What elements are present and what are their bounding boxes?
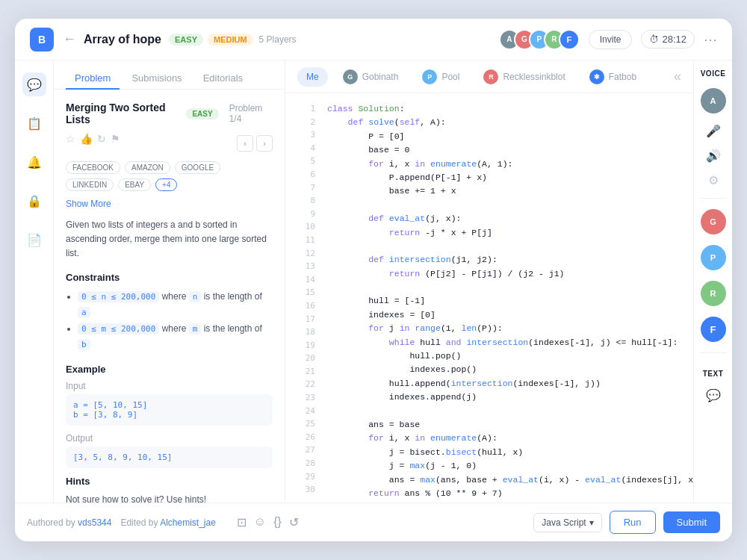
problem-easy-badge: EASY bbox=[186, 108, 218, 119]
tab-me[interactable]: Me bbox=[297, 67, 328, 87]
problem-description: Given two lists of integers a and b sort… bbox=[66, 218, 273, 261]
next-button[interactable]: › bbox=[256, 135, 273, 152]
footer-emoji-icon[interactable]: ☺ bbox=[254, 515, 266, 529]
collapse-button[interactable]: « bbox=[674, 69, 681, 84]
language-select[interactable]: Java Script ▾ bbox=[533, 513, 601, 532]
avatar-group: A G P R F bbox=[499, 29, 580, 50]
example-title: Example bbox=[66, 364, 273, 375]
constraints-title: Constraints bbox=[66, 272, 273, 283]
gobinath-avatar: G bbox=[343, 69, 358, 84]
input-block: a = [5, 10, 15]b = [3, 8, 9] bbox=[66, 394, 273, 426]
settings-icon[interactable]: ⚙ bbox=[708, 173, 719, 187]
divider bbox=[700, 198, 727, 199]
problem-panel: Problem Submisions Editorials Merging Tw… bbox=[54, 60, 285, 503]
hints-desc: Not sure how to solve it? Use hints! bbox=[66, 493, 273, 503]
problem-tabs: Problem Submisions Editorials bbox=[54, 60, 285, 90]
pool-avatar: P bbox=[422, 69, 437, 84]
header: B ← Array of hope EASY MEDIUM 5 Players … bbox=[15, 19, 732, 60]
code-editor[interactable]: class Solution: def solve(self, A): P = … bbox=[315, 93, 693, 503]
tag-google[interactable]: GOOGLE bbox=[175, 161, 220, 174]
sidebar-doc-icon[interactable]: 📋 bbox=[22, 111, 46, 135]
tab-fatbob[interactable]: ✱ Fatbob bbox=[580, 65, 645, 89]
medium-badge: MEDIUM bbox=[208, 34, 253, 46]
tab-gobinath[interactable]: G Gobinath bbox=[334, 65, 408, 89]
footer-screen-icon[interactable]: ⊡ bbox=[237, 515, 247, 529]
run-button[interactable]: Run bbox=[610, 511, 656, 534]
tag-ebay[interactable]: EBAY bbox=[118, 178, 151, 191]
tab-pool[interactable]: P Pool bbox=[413, 65, 468, 89]
editor-main: 1234567891011121314151617181920212223242… bbox=[285, 93, 693, 503]
right-panel: VOICE A 🎤 🔊 ⚙ G P R F TEXT 💬 bbox=[693, 60, 732, 503]
footer-code-icon[interactable]: {} bbox=[273, 515, 282, 529]
mic-icon[interactable]: 🎤 bbox=[706, 124, 721, 138]
editor-area: Me G Gobinath P Pool R Recklessinkblot ✱… bbox=[285, 60, 693, 503]
share-icon[interactable]: ↻ bbox=[97, 133, 106, 145]
back-button[interactable]: ← bbox=[63, 31, 76, 47]
prev-button[interactable]: ‹ bbox=[237, 135, 253, 152]
right-avatar-2[interactable]: G bbox=[701, 209, 726, 234]
like-icon[interactable]: 👍 bbox=[80, 133, 93, 145]
author-link[interactable]: vds5344 bbox=[78, 517, 111, 528]
message-icon[interactable]: 💬 bbox=[706, 388, 721, 402]
tag-more[interactable]: +4 bbox=[155, 178, 177, 191]
pager: ‹ › bbox=[237, 135, 273, 152]
tag-linkedin[interactable]: LINKEDIN bbox=[66, 178, 114, 191]
easy-badge: EASY bbox=[169, 34, 203, 46]
app-logo: B bbox=[30, 28, 54, 52]
tab-editorials[interactable]: Editorials bbox=[194, 68, 252, 90]
page-title: Array of hope bbox=[84, 33, 161, 46]
editor-tabs-row: Me G Gobinath P Pool R Recklessinkblot ✱… bbox=[285, 60, 693, 93]
tab-problem[interactable]: Problem bbox=[66, 68, 120, 90]
body: 💬 📋 🔔 🔒 📄 Problem Submisions Editorials … bbox=[15, 60, 732, 503]
problem-title-row: Merging Two Sorted Lists EASY Problem 1/… bbox=[66, 102, 273, 125]
player-count: 5 Players bbox=[259, 34, 297, 45]
show-more-link[interactable]: Show More bbox=[66, 199, 273, 209]
footer-icons: ⊡ ☺ {} ↺ bbox=[237, 515, 299, 529]
right-avatar-3[interactable]: P bbox=[701, 245, 726, 270]
output-block: [3, 5, 8, 9, 10, 15] bbox=[66, 447, 273, 468]
reckless-avatar: R bbox=[483, 69, 498, 84]
sidebar-chat-icon[interactable]: 💬 bbox=[22, 72, 46, 96]
text-label: TEXT bbox=[703, 370, 724, 378]
app-window: B ← Array of hope EASY MEDIUM 5 Players … bbox=[15, 19, 732, 541]
problem-number: Problem 1/4 bbox=[229, 103, 273, 124]
sidebar-lock-icon[interactable]: 🔒 bbox=[22, 189, 46, 213]
constraint-2: 0 ≤ m ≤ 200,000 where m is the length of… bbox=[78, 321, 273, 353]
constraint-list: 0 ≤ n ≤ 200,000 where n is the length of… bbox=[66, 289, 273, 353]
timer-value: 28:12 bbox=[662, 34, 686, 45]
input-label: Input bbox=[66, 381, 273, 391]
divider-2 bbox=[700, 352, 727, 353]
header-right: A G P R F Invite ⏱ 28:12 ⋯ bbox=[499, 29, 717, 50]
editor-link[interactable]: Alchemist_jae bbox=[160, 517, 216, 528]
problem-content: Merging Two Sorted Lists EASY Problem 1/… bbox=[54, 90, 285, 503]
fatbob-avatar: ✱ bbox=[589, 69, 604, 84]
voice-label: VOICE bbox=[701, 69, 726, 78]
avatar-f: F bbox=[559, 29, 580, 50]
action-icons: ☆ 👍 ↻ ⚑ bbox=[66, 133, 120, 145]
chevron-down-icon: ▾ bbox=[589, 517, 594, 528]
hints-section: Hints Not sure how to solve it? Use hint… bbox=[66, 476, 273, 503]
speaker-icon[interactable]: 🔊 bbox=[706, 149, 721, 163]
sidebar-bell-icon[interactable]: 🔔 bbox=[22, 150, 46, 174]
timer: ⏱ 28:12 bbox=[641, 30, 695, 49]
clock-icon: ⏱ bbox=[649, 34, 659, 45]
edited-by: Edited by Alchemist_jae bbox=[120, 517, 215, 528]
tab-submissions[interactable]: Submisions bbox=[123, 68, 190, 90]
submit-button[interactable]: Submit bbox=[663, 511, 720, 533]
right-avatar-f[interactable]: F bbox=[701, 317, 726, 342]
lang-label: Java Script bbox=[542, 517, 586, 528]
footer-refresh-icon[interactable]: ↺ bbox=[289, 515, 299, 529]
right-avatar-1[interactable]: A bbox=[701, 88, 726, 113]
tag-amazon[interactable]: AMAZON bbox=[125, 161, 170, 174]
sidebar-file-icon[interactable]: 📄 bbox=[22, 228, 46, 252]
tag-facebook[interactable]: FACEBOOK bbox=[66, 161, 120, 174]
more-button[interactable]: ⋯ bbox=[704, 31, 717, 48]
tab-reckless[interactable]: R Recklessinkblot bbox=[474, 65, 574, 89]
right-avatar-4[interactable]: R bbox=[701, 281, 726, 306]
star-icon[interactable]: ☆ bbox=[66, 133, 75, 145]
me-label: Me bbox=[306, 72, 319, 82]
flag-icon[interactable]: ⚑ bbox=[111, 133, 120, 145]
invite-button[interactable]: Invite bbox=[589, 30, 633, 49]
line-numbers: 1234567891011121314151617181920212223242… bbox=[285, 93, 315, 503]
hints-title: Hints bbox=[66, 476, 273, 487]
